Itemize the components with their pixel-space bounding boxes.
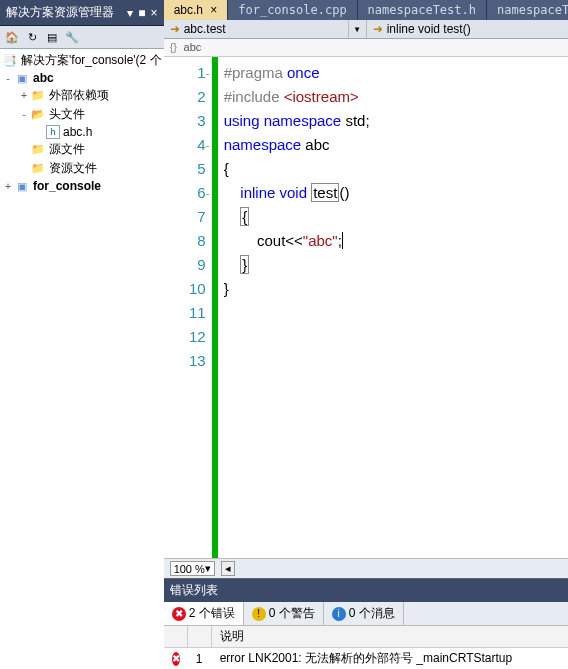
editor-tabs: abc.h × for_console.cpp namespaceTest.h … — [164, 0, 568, 20]
zoom-dropdown[interactable]: 100 % ▾ — [170, 561, 215, 576]
solution-explorer-title: 解决方案资源管理器 — [6, 4, 127, 21]
scroll-left-icon[interactable]: ◂ — [221, 561, 235, 576]
refresh-icon[interactable]: ↻ — [24, 29, 40, 45]
project-for-console[interactable]: + ▣ for_console — [0, 178, 164, 194]
error-header: 说明 — [164, 626, 568, 648]
chevron-down-icon: ▾ — [205, 562, 211, 575]
close-icon[interactable]: × — [151, 6, 158, 20]
error-row[interactable]: ✖1error LNK2001: 无法解析的外部符号 _mainCRTStart… — [164, 648, 568, 669]
properties-icon[interactable]: 🔧 — [64, 29, 80, 45]
nav-bar: ➜ abc.test ▾ ➜ inline void test() — [164, 20, 568, 39]
folder-icon: 📁 — [30, 143, 46, 157]
error-list-pane: 错误列表 ✖2 个错误 !0 个警告 i0 个消息 说明 ✖1error LNK… — [164, 578, 568, 669]
code-editor[interactable]: 12345678910111213 -#pragma once#include … — [164, 57, 568, 558]
info-icon: i — [332, 607, 346, 621]
solution-explorer-header: 解决方案资源管理器 ▾ ■ × — [0, 0, 164, 26]
messages-tab[interactable]: i0 个消息 — [324, 602, 404, 625]
nav-dropdown-icon[interactable]: ▾ — [349, 20, 367, 38]
member-dropdown[interactable]: ➜ inline void test() — [367, 20, 568, 38]
resource-folder[interactable]: 📁 资源文件 — [0, 159, 164, 178]
nav-arrow-icon: ➜ — [170, 22, 180, 36]
errors-tab[interactable]: ✖2 个错误 — [164, 602, 244, 625]
external-deps[interactable]: + 📁 外部依赖项 — [0, 86, 164, 105]
home-icon[interactable]: 🏠 — [4, 29, 20, 45]
solution-root[interactable]: 📑 解决方案'for_console'(2 个 — [0, 51, 164, 70]
expander-icon[interactable]: - — [18, 109, 30, 120]
h-file-icon: h — [46, 125, 60, 139]
code-area[interactable]: -#pragma once#include <iostream>using na… — [218, 57, 568, 558]
headers-folder[interactable]: - 📂 头文件 — [0, 105, 164, 124]
source-folder[interactable]: 📁 源文件 — [0, 140, 164, 159]
show-all-icon[interactable]: ▤ — [44, 29, 60, 45]
file-abc-h[interactable]: h abc.h — [0, 124, 164, 140]
warnings-tab[interactable]: !0 个警告 — [244, 602, 324, 625]
solution-toolbar: 🏠 ↻ ▤ 🔧 — [0, 26, 164, 49]
tab-for-console[interactable]: for_console.cpp — [228, 0, 357, 20]
line-gutter: 12345678910111213 — [164, 57, 212, 558]
expander-icon[interactable]: - — [2, 73, 14, 84]
expander-icon[interactable]: + — [18, 90, 30, 101]
error-icon: ✖ — [172, 607, 186, 621]
tab-abc-h[interactable]: abc.h × — [164, 0, 229, 20]
folder-open-icon: 📂 — [30, 108, 46, 122]
solution-icon: 📑 — [2, 54, 18, 68]
tab-namespacet[interactable]: namespaceT — [487, 0, 568, 20]
project-abc[interactable]: - ▣ abc — [0, 70, 164, 86]
warning-icon: ! — [252, 607, 266, 621]
close-tab-icon[interactable]: × — [210, 3, 217, 17]
error-list-title: 错误列表 — [164, 579, 568, 602]
solution-tree[interactable]: 📑 解决方案'for_console'(2 个 - ▣ abc + 📁 外部依赖… — [0, 49, 164, 669]
pin-icon[interactable]: ■ — [138, 6, 145, 20]
folder-icon: 📁 — [30, 162, 46, 176]
project-icon: ▣ — [14, 71, 30, 85]
expander-icon[interactable]: + — [2, 181, 14, 192]
zoom-bar: 100 % ▾ ◂ — [164, 558, 568, 578]
folder-icon: 📁 — [30, 89, 46, 103]
dropdown-icon[interactable]: ▾ — [127, 6, 133, 20]
breadcrumb: {} abc — [164, 39, 568, 57]
nav-arrow-icon: ➜ — [373, 22, 383, 36]
tab-namespacetest[interactable]: namespaceTest.h — [358, 0, 487, 20]
project-icon: ▣ — [14, 179, 30, 193]
error-icon: ✖ — [172, 652, 180, 666]
scope-dropdown[interactable]: ➜ abc.test — [164, 20, 349, 38]
